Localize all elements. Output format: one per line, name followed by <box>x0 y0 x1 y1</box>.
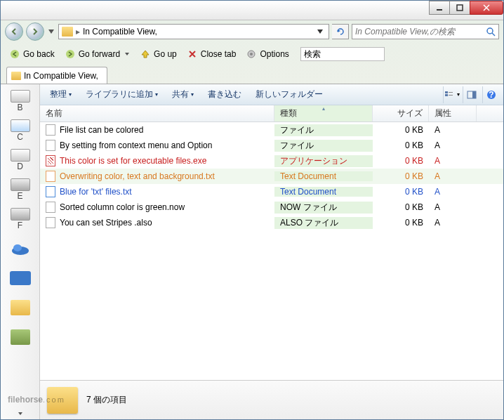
sidebar-control[interactable] <box>8 265 33 291</box>
file-type: Text Document <box>274 187 373 197</box>
file-type: Text Document <box>274 171 373 181</box>
col-size[interactable]: サイズ <box>373 105 429 122</box>
file-size: 0 KB <box>373 171 429 181</box>
file-row[interactable]: Sorted column color is green.nowNOW ファイル… <box>40 199 503 215</box>
file-attr: A <box>429 187 477 197</box>
sidebar-drive-f[interactable]: F <box>8 206 33 232</box>
file-icon <box>46 155 55 166</box>
file-name: By setting from context menu and Option <box>60 140 212 150</box>
burn-button[interactable]: 書き込む <box>202 86 247 103</box>
maximize-button[interactable] <box>449 1 470 15</box>
sidebar-onedrive[interactable] <box>8 236 33 261</box>
search-box[interactable] <box>352 24 499 39</box>
tab-active[interactable]: In Compatible View, <box>6 67 107 84</box>
file-type: ALSO ファイル <box>274 217 373 229</box>
folder-icon <box>62 27 73 37</box>
nav-back-button[interactable] <box>5 22 23 41</box>
address-dropdown[interactable] <box>314 29 326 34</box>
nav-forward-button[interactable] <box>26 22 44 41</box>
toolbar-search-input[interactable] <box>300 47 385 61</box>
svg-rect-1 <box>457 5 463 11</box>
arrow-right-icon <box>65 48 76 60</box>
file-attr: A <box>429 202 477 212</box>
file-row[interactable]: You can set Stripes .alsoALSO ファイル0 KBA <box>40 215 503 230</box>
file-size: 0 KB <box>373 218 429 228</box>
share-menu[interactable]: 共有▾ <box>166 86 199 103</box>
col-type[interactable]: ▴種類 <box>274 105 373 122</box>
close-icon <box>187 48 198 60</box>
file-attr: A <box>429 156 477 166</box>
sidebar-folder-1[interactable] <box>8 295 33 320</box>
minimize-button[interactable] <box>429 1 450 15</box>
preview-pane-button[interactable] <box>463 86 479 103</box>
svg-point-6 <box>250 53 253 55</box>
new-folder-button[interactable]: 新しいフォルダー <box>250 86 329 103</box>
search-input[interactable] <box>355 27 486 37</box>
add-library-menu[interactable]: ライブラリに追加▾ <box>80 86 164 103</box>
col-name[interactable]: 名前 <box>40 105 274 122</box>
organize-menu[interactable]: 整理▾ <box>44 86 77 103</box>
file-name: Sorted column color is green.now <box>60 202 185 212</box>
go-up-button[interactable]: Go up <box>135 46 181 63</box>
file-type: NOW ファイル <box>274 202 373 214</box>
address-input[interactable] <box>83 27 312 37</box>
nav-history-dropdown[interactable] <box>47 24 55 39</box>
file-row[interactable]: By setting from context menu and Optionフ… <box>40 138 503 153</box>
svg-rect-9 <box>445 91 448 93</box>
arrow-left-icon <box>9 48 20 60</box>
options-button[interactable]: Options <box>241 46 293 63</box>
gear-icon <box>246 48 257 60</box>
svg-rect-10 <box>445 94 448 96</box>
file-icon <box>46 202 55 213</box>
svg-text:?: ? <box>489 90 493 100</box>
file-row[interactable]: This color is set for executable files.e… <box>40 153 503 169</box>
arrow-up-icon <box>140 48 151 60</box>
go-back-label: Go back <box>23 49 55 59</box>
chevron-down-icon[interactable] <box>124 53 130 55</box>
refresh-button[interactable] <box>332 24 349 39</box>
svg-rect-12 <box>449 95 453 96</box>
file-name: File list can be colored <box>60 125 143 135</box>
help-button[interactable]: ? <box>482 86 499 103</box>
file-row[interactable]: File list can be coloredファイル0 KBA <box>40 122 503 138</box>
address-bar[interactable]: ▸ <box>58 24 329 39</box>
file-size: 0 KB <box>373 187 429 197</box>
go-back-button[interactable]: Go back <box>5 46 59 63</box>
titlebar <box>1 1 503 20</box>
folder-icon <box>47 387 78 414</box>
command-bar: 整理▾ ライブラリに追加▾ 共有▾ 書き込む 新しいフォルダー ▾ ? <box>40 84 503 105</box>
svg-rect-0 <box>437 9 442 11</box>
tab-label: In Compatible View, <box>24 71 98 81</box>
sidebar-drive-d[interactable]: D <box>8 147 33 173</box>
close-button[interactable] <box>470 1 503 15</box>
col-attr[interactable]: 属性 <box>429 105 477 122</box>
sidebar-drive-c[interactable]: C <box>8 118 33 143</box>
file-list: File list can be coloredファイル0 KBABy sett… <box>40 122 503 380</box>
sidebar-expand[interactable] <box>8 408 33 419</box>
close-tab-label: Close tab <box>201 49 237 59</box>
file-row[interactable]: Blue for 'txt' files.txtText Document0 K… <box>40 184 503 199</box>
content-pane: 整理▾ ライブラリに追加▾ 共有▾ 書き込む 新しいフォルダー ▾ ? 名前 ▴… <box>40 84 503 419</box>
options-label: Options <box>260 49 289 59</box>
svg-rect-11 <box>449 92 453 93</box>
sidebar-folder-2[interactable] <box>8 324 33 350</box>
file-icon <box>46 171 55 182</box>
close-tab-button[interactable]: Close tab <box>183 46 241 63</box>
file-type: ファイル <box>274 140 373 152</box>
file-attr: A <box>429 125 477 135</box>
file-size: 0 KB <box>373 140 429 150</box>
chevron-right-icon: ▸ <box>76 27 80 37</box>
file-row[interactable]: Overwriting color, text and background.t… <box>40 169 503 184</box>
file-icon <box>46 186 55 197</box>
sidebar-drive-b[interactable]: B <box>8 88 33 114</box>
go-forward-button[interactable]: Go forward <box>60 46 134 63</box>
go-up-label: Go up <box>154 49 177 59</box>
sidebar: B C D E F <box>1 84 40 419</box>
search-icon <box>486 27 496 37</box>
view-menu[interactable]: ▾ <box>443 86 460 103</box>
file-attr: A <box>429 140 477 150</box>
file-size: 0 KB <box>373 202 429 212</box>
sidebar-drive-e[interactable]: E <box>8 177 33 202</box>
column-header: 名前 ▴種類 サイズ 属性 <box>40 105 503 122</box>
file-icon <box>46 124 55 136</box>
